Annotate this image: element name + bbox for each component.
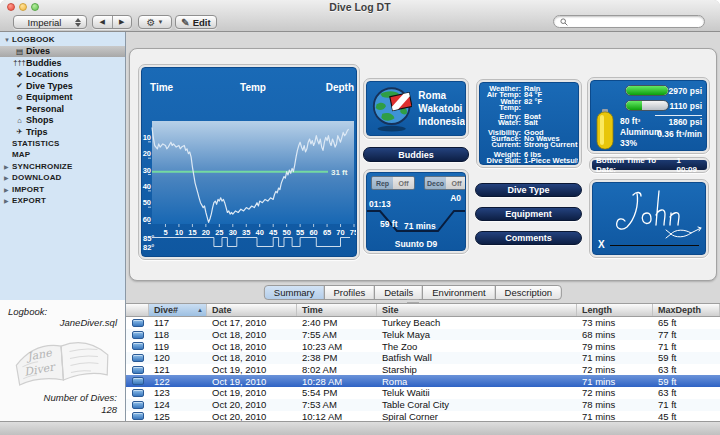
cell-time: 8:02 AM [297,364,377,375]
table-row[interactable]: 124Oct 20, 20107:53 AMTable Coral City78… [126,399,720,411]
tank-volume: 80 ft³ [620,116,640,126]
svg-text:30: 30 [229,228,237,237]
sidebar-item-label: Personal [26,104,64,114]
column-header-Length[interactable]: Length [577,304,653,316]
sidebar-item-buddies[interactable]: †††Buddies [0,57,125,69]
table-row[interactable]: 118Oct 18, 20107:55 AMTeluk Maya68 mins7… [126,329,720,341]
toggle-right-segment[interactable]: Off [393,177,414,189]
sidebar-item-logbook[interactable]: ▼LOGBOOK [0,34,125,46]
table-row[interactable]: 123Oct 19, 20105:54 PMTeluk Waitii72 min… [126,387,720,399]
cell-length: 72 mins [577,364,653,375]
pressure-bar [625,100,669,111]
sidebar-item-map[interactable]: MAP [0,149,125,161]
tab-description[interactable]: Description [495,285,563,300]
app-window: Dive Log DT Imperial ◀ ▶ ⚙ ▼ ✎ Edit ▼LOG… [0,0,720,435]
column-header-MaxDepth[interactable]: MaxDepth [653,304,720,316]
comments-button[interactable]: Comments [475,231,582,245]
pressure-bar-fill [626,86,668,95]
sidebar-item-download[interactable]: ▶DOWNLOAD [0,172,125,184]
dive-computer-card: RepOffDecoOff 01:13 A0 59 ft 71 mins Suu… [363,169,469,254]
sidebar-item-personal[interactable]: ✒Personal [0,103,125,115]
sidebar-item-synchronize[interactable]: ▶SYNCHRONIZE [0,161,125,173]
search-input[interactable] [571,17,698,27]
weather-card: Weather:RainAir Temp:84 °FWater Temp:82 … [476,79,582,168]
column-header-icon[interactable] [126,304,149,316]
buddies-button[interactable]: Buddies [363,147,469,162]
cell-length: 79 mins [577,341,653,352]
disclosure-triangle-icon[interactable]: ▶ [4,163,12,170]
dive-log-icon [132,319,144,327]
column-header-Site[interactable]: Site [377,304,577,316]
column-header-Time[interactable]: Time [297,304,377,316]
search-field[interactable] [553,15,705,28]
cell-time: 7:55 AM [297,329,377,340]
sidebar-item-equipment[interactable]: ⚙Equipment [0,92,125,104]
site-card[interactable]: Roma Wakatobi Indonesia [363,78,469,139]
sidebar-item-shops[interactable]: ⌂Shops [0,115,125,127]
dive-row-icon-cell [126,354,149,362]
bottom-time-value: 1 00:09 [676,156,703,174]
equipment-button[interactable]: Equipment [475,207,582,221]
svg-text:50: 50 [282,228,290,237]
computer-device: Suunto D9 [367,239,465,249]
toggle-left-segment[interactable]: Deco [425,177,446,189]
disclosure-triangle-icon[interactable]: ▶ [4,186,12,193]
dive-row-icon-cell [126,342,149,350]
tab-details[interactable]: Details [374,285,423,300]
cell-time: 2:38 PM [297,352,377,363]
sidebar-item-label: Locations [26,69,69,79]
forward-button[interactable]: ▶ [112,18,131,26]
action-menu-button[interactable]: ⚙ ▼ [138,15,172,29]
sidebar-item-label: EXPORT [12,196,46,205]
sidebar-item-statistics[interactable]: STATISTICS [0,138,125,150]
table-row[interactable]: 122Oct 19, 201010:28 AMRoma71 mins59 ft [126,375,720,387]
sidebar-item-export[interactable]: ▶EXPORT [0,195,125,207]
table-row[interactable]: 117Oct 17, 20102:40 PMTurkey Beach73 min… [126,317,720,329]
sidebar-item-trips[interactable]: ✈Trips [0,126,125,138]
svg-text:60: 60 [309,228,317,237]
dive-row-icon-cell [126,366,149,374]
svg-text:40: 40 [256,228,264,237]
disclosure-triangle-icon[interactable]: ▶ [4,197,12,204]
computer-toggle-deco[interactable]: DecoOff [424,176,466,190]
sidebar-item-locations[interactable]: ❖Locations [0,69,125,81]
column-header-Date[interactable]: Date [207,304,297,316]
sidebar-item-label: IMPORT [12,185,44,194]
cell-dive-number: 118 [149,329,207,340]
back-button[interactable]: ◀ [93,18,112,26]
signature-line [610,245,699,246]
cell-site: Teluk Waitii [377,387,577,398]
toggle-right-segment[interactable]: Off [446,177,466,189]
computer-toggle-rep[interactable]: RepOff [371,176,415,190]
computer-toggles: RepOffDecoOff [371,176,466,190]
toggle-left-segment[interactable]: Rep [372,177,393,189]
svg-text:25: 25 [215,228,223,237]
dive-type-button[interactable]: Dive Type [475,183,582,197]
svg-text:70: 70 [336,228,344,237]
edit-button[interactable]: ✎ Edit [175,15,217,29]
air-consumption-rate: 0.36 ft³/min [657,129,702,139]
cell-time: 2:40 PM [297,317,377,328]
sidebar-item-dives[interactable]: ▤Dives [0,46,125,58]
sidebar-item-dive-types[interactable]: ✔Dive Types [0,80,125,92]
tab-environment[interactable]: Environment [422,285,495,300]
units-popup[interactable]: Imperial [13,15,87,29]
sidebar-item-label: SYNCHRONIZE [12,162,72,171]
cell-maxdepth: 77 ft [653,329,720,340]
svg-text:5: 5 [163,228,167,237]
table-row[interactable]: 120Oct 18, 20102:38 PMBatfish Wall71 min… [126,352,720,364]
column-header-Dive#[interactable]: Dive#▲ [149,304,207,316]
cell-dive-number: 124 [149,399,207,410]
dive-row-icon-cell [126,331,149,339]
svg-text:75: 75 [350,228,357,237]
table-row[interactable]: 119Oct 18, 201010:23 AMThe Zoo79 mins71 … [126,340,720,352]
table-row[interactable]: 121Oct 19, 20108:02 AMStarship72 mins63 … [126,364,720,376]
disclosure-triangle-icon[interactable]: ▶ [4,174,12,181]
tab-profiles[interactable]: Profiles [324,285,376,300]
signature-card[interactable]: X [589,179,709,258]
tab-summary[interactable]: Summary [264,285,325,300]
cell-maxdepth: 71 ft [653,341,720,352]
disclosure-triangle-icon[interactable]: ▼ [4,37,12,43]
sidebar-item-import[interactable]: ▶IMPORT [0,184,125,196]
signature-x-label: X [598,239,605,250]
